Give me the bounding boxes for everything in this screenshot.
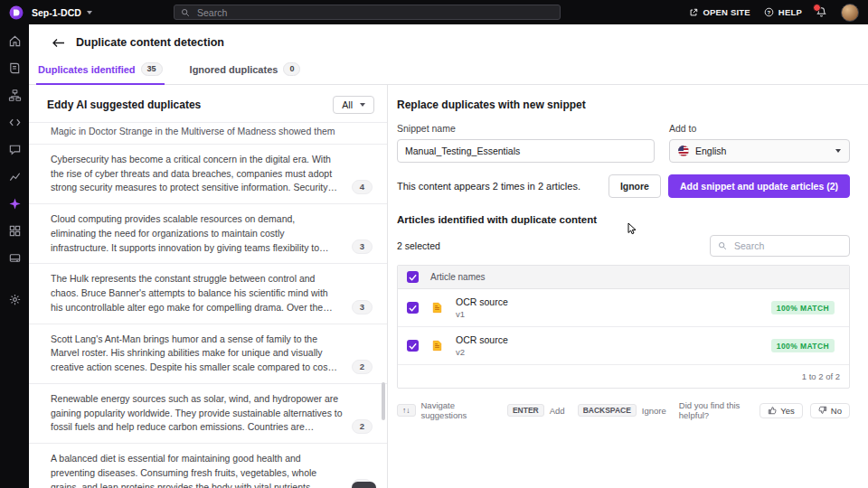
suggestions-title: Eddy AI suggested duplicates — [47, 99, 201, 111]
feedback-yes-button[interactable]: Yes — [760, 403, 803, 418]
feedback-question: Did you find this helpful? — [679, 400, 753, 420]
analytics-icon[interactable] — [8, 170, 22, 183]
open-site-label: OPEN SITE — [703, 7, 750, 17]
row-checkbox[interactable] — [407, 340, 419, 352]
home-icon[interactable] — [8, 34, 22, 48]
user-avatar[interactable] — [841, 4, 859, 22]
no-label: No — [831, 406, 842, 416]
snippet-form: Snippet name Add to English — [397, 123, 850, 163]
page-title: Duplicate content detection — [76, 36, 224, 49]
list-item[interactable]: The Hulk represents the constant struggl… — [29, 264, 387, 324]
duplicate-count-badge: 4 — [352, 180, 373, 194]
ignore-button[interactable]: Ignore — [609, 174, 661, 198]
occurrence-summary: This content appears 2 times in 2 articl… — [397, 181, 580, 192]
open-site-button[interactable]: OPEN SITE — [689, 7, 750, 17]
documentation-icon[interactable] — [8, 61, 22, 75]
page-header: Duplicate content detection — [29, 24, 868, 57]
tab-label: Ignored duplicates — [190, 64, 278, 75]
project-name: Sep-1-DCD — [32, 7, 81, 18]
duplicate-count-badge: 3 — [352, 300, 373, 314]
list-item[interactable]: A balanced diet is essential for maintai… — [29, 444, 387, 488]
project-switcher[interactable]: Sep-1-DCD — [32, 7, 92, 18]
suggestions-panel: Eddy AI suggested duplicates All Magic i… — [29, 85, 388, 488]
pagination: 1 to 2 of 2 — [398, 365, 849, 388]
app-root: Sep-1-DCD OPEN SITE ? HELP — [0, 0, 868, 488]
search-icon — [718, 241, 727, 250]
feedback-no-button[interactable]: No — [810, 403, 850, 418]
table-row[interactable]: OCR source v1 100% MATCH — [398, 289, 849, 327]
language-select[interactable]: English — [669, 139, 850, 163]
column-header: Article names — [430, 272, 486, 282]
hint-label: Add — [550, 406, 565, 416]
list-item[interactable]: Scott Lang's Ant-Man brings humor and a … — [29, 324, 387, 384]
back-arrow-icon[interactable] — [52, 38, 65, 48]
help-label: HELP — [778, 7, 802, 17]
list-item[interactable]: Cybersecurity has become a critical conc… — [29, 145, 387, 204]
action-buttons: Ignore Add snippet and update articles (… — [609, 174, 850, 198]
help-button[interactable]: ? HELP — [764, 7, 802, 17]
duplicate-text: Magic in Doctor Strange in the Multivers… — [51, 125, 373, 139]
thumbs-up-icon — [768, 406, 777, 415]
notifications-button[interactable] — [816, 6, 827, 18]
article-icon — [430, 339, 444, 352]
help-icon: ? — [764, 7, 774, 17]
categories-icon[interactable] — [8, 89, 22, 102]
chevron-down-icon — [360, 103, 365, 107]
article-version: v1 — [456, 309, 508, 319]
eddy-ai-icon[interactable] — [8, 197, 22, 211]
table-row[interactable]: OCR source v2 100% MATCH — [398, 327, 849, 365]
hint-label: Ignore — [642, 406, 666, 416]
duplicate-text: Scott Lang's Ant-Man brings humor and a … — [51, 333, 343, 375]
duplicate-count-badge: 2 — [352, 360, 373, 374]
tab-duplicates-identified[interactable]: Duplicates identified 35 — [36, 57, 165, 85]
top-bar-actions: OPEN SITE ? HELP — [689, 4, 859, 22]
list-item[interactable]: Cloud computing provides scalable resour… — [29, 204, 387, 264]
article-icon — [430, 301, 444, 314]
article-search-input[interactable] — [732, 239, 842, 252]
list-item[interactable]: Renewable energy sources such as solar, … — [29, 384, 387, 444]
snippet-panel-title: Replace duplicates with new snippet — [397, 99, 850, 111]
api-docs-icon[interactable] — [8, 116, 22, 129]
search-icon — [181, 8, 190, 17]
feedback-icon[interactable] — [8, 143, 22, 156]
keyboard-hints-bar: ↑↓ Navigate suggestions ENTER Add BACKSP… — [397, 400, 850, 420]
chevron-down-icon — [835, 149, 841, 153]
top-bar: Sep-1-DCD OPEN SITE ? HELP — [0, 0, 868, 24]
filter-value: All — [342, 99, 353, 110]
tab-ignored-duplicates[interactable]: Ignored duplicates 0 — [188, 57, 303, 85]
article-name: OCR source — [456, 334, 508, 345]
duplicate-count-badge: 3 — [352, 239, 373, 254]
suggestions-header: Eddy AI suggested duplicates All — [29, 85, 387, 122]
yes-label: Yes — [780, 406, 795, 416]
list-scrollbar[interactable] — [382, 382, 385, 420]
article-search[interactable] — [710, 235, 850, 257]
chevron-down-icon — [87, 11, 92, 14]
article-version: v2 — [456, 347, 508, 357]
table-header: Article names — [398, 266, 849, 289]
select-all-checkbox[interactable] — [407, 271, 419, 283]
backspace-key: BACKSPACE — [578, 404, 637, 417]
add-snippet-button[interactable]: Add snippet and update articles (2) — [668, 174, 850, 198]
global-search-input[interactable] — [195, 6, 553, 19]
enter-key: ENTER — [507, 404, 544, 417]
list-item[interactable]: Magic in Doctor Strange in the Multivers… — [29, 123, 387, 145]
article-info: OCR source v1 — [456, 296, 508, 319]
duplicate-count-badge: 2 — [352, 419, 373, 434]
filter-dropdown[interactable]: All — [333, 96, 374, 114]
external-link-icon — [689, 8, 698, 17]
snippet-name-input[interactable] — [397, 139, 655, 163]
snippet-name-label: Snippet name — [397, 123, 655, 134]
widgets-icon[interactable] — [8, 224, 22, 238]
snippet-name-field: Snippet name — [397, 123, 655, 163]
duplicate-text: Renewable energy sources such as solar, … — [51, 392, 343, 435]
duplicate-text: Cloud computing provides scalable resour… — [51, 212, 343, 255]
selection-row: 2 selected — [397, 235, 850, 257]
hint-label: Navigate suggestions — [421, 400, 495, 420]
tab-count-badge: 0 — [283, 62, 300, 76]
global-search[interactable] — [174, 5, 561, 20]
settings-gear-icon[interactable] — [8, 293, 22, 306]
main-content: Duplicate content detection Duplicates i… — [29, 24, 868, 488]
row-checkbox[interactable] — [407, 302, 419, 314]
drive-icon[interactable] — [8, 251, 22, 265]
us-flag-icon — [678, 145, 689, 156]
